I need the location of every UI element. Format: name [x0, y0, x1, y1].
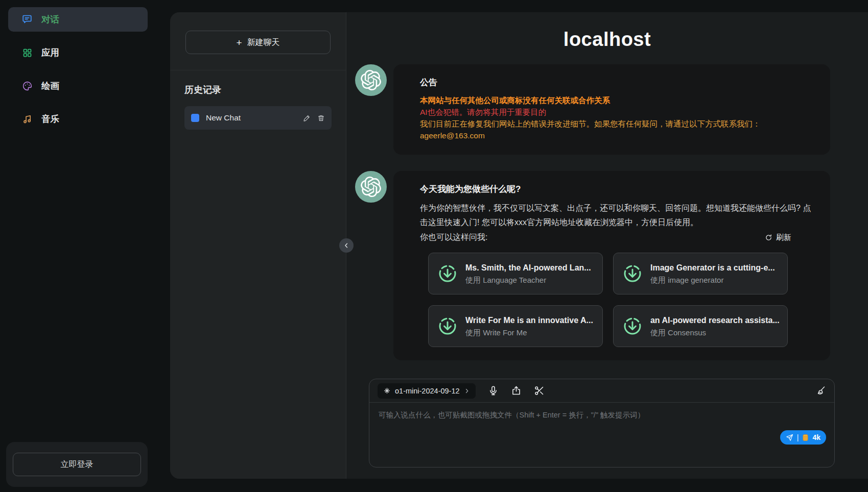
welcome-hint: 你也可以这样问我: — [420, 230, 487, 244]
refresh-label: 刷新 — [776, 233, 791, 242]
history-top: + 新建聊天 — [170, 12, 346, 70]
openai-logo-icon — [355, 64, 387, 96]
chat-item-title: New Chat — [206, 113, 241, 122]
announcement-email[interactable]: ageerle@163.com — [420, 130, 812, 141]
welcome-bubble: 今天我能为您做些什么呢? 作为你的智慧伙伴，我不仅可以写文案、出点子，还可以和你… — [393, 171, 830, 360]
message-announcement: 公告 本网站与任何其他公司或商标没有任何关联或合作关系 AI也会犯错。请勿将其用… — [355, 64, 830, 155]
welcome-body: 作为你的智慧伙伴，我不仅可以写文案、出点子，还可以和你聊天、回答问题。想知道我还… — [420, 201, 812, 230]
download-circle-icon — [622, 315, 643, 337]
broom-wrap — [815, 385, 826, 396]
collapse-panel-button[interactable] — [339, 238, 354, 253]
new-chat-button-label: 新建聊天 — [247, 37, 280, 48]
history-chat-item[interactable]: New Chat — [184, 106, 332, 130]
message-input[interactable] — [369, 403, 834, 467]
upload-icon[interactable] — [511, 385, 522, 396]
chat-item-actions — [303, 114, 325, 122]
sparkles-icon — [383, 387, 391, 395]
page-title: localhost — [346, 29, 868, 51]
history-section-title: 历史记录 — [184, 84, 332, 96]
refresh-suggestions-button[interactable]: 刷新 — [765, 233, 791, 242]
suggestion-card[interactable]: Write For Me is an innovative A... 使用 Wr… — [428, 305, 603, 347]
new-chat-button[interactable]: + 新建聊天 — [185, 31, 331, 54]
model-selector-label: o1-mini-2024-09-12 — [395, 387, 460, 395]
announcement-line: 本网站与任何其他公司或商标没有任何关联或合作关系 — [420, 94, 812, 106]
sidebar-item-music[interactable]: 音乐 — [8, 107, 148, 131]
suggestion-texts: Write For Me is an innovative A... 使用 Wr… — [465, 314, 593, 338]
sidebar-item-chat[interactable]: 对话 — [8, 7, 148, 32]
suggestion-texts: Ms. Smith, the AI-powered Lan... 使用 Lang… — [465, 262, 591, 286]
workspace: + 新建聊天 历史记录 New Chat — [170, 12, 868, 479]
sidebar-item-label: 音乐 — [41, 113, 59, 125]
chat-bubble-icon — [21, 14, 33, 25]
refresh-icon — [765, 234, 772, 241]
suggestion-subtitle: 使用 Consensus — [650, 327, 779, 338]
chat-area: localhost 公告 本网站与任何其他公司或商标没有任何关联或合作关系 AI… — [346, 12, 868, 479]
announcement-line: 我们目前正在修复我们网站上的错误并改进细节。如果您有任何疑问，请通过以下方式联系… — [420, 118, 812, 130]
music-note-icon — [21, 113, 33, 125]
edit-pencil-icon[interactable] — [303, 114, 311, 122]
suggestion-title: Write For Me is an innovative A... — [465, 314, 593, 327]
send-button[interactable]: | 4k — [780, 430, 826, 445]
composer: o1-mini-2024-09-12 — [369, 379, 835, 468]
app-root: 对话 应用 绘画 — [0, 0, 868, 492]
suggestion-title: an AI-powered research assista... — [650, 314, 779, 327]
scissors-icon[interactable] — [534, 385, 545, 396]
chevron-left-icon — [343, 242, 350, 249]
suggestion-title: Ms. Smith, the AI-powered Lan... — [465, 262, 591, 274]
suggestion-texts: Image Generator is a cutting-e... 使用 ima… — [650, 262, 775, 286]
composer-toolbar: o1-mini-2024-09-12 — [369, 379, 834, 403]
chat-color-swatch-icon — [191, 114, 199, 122]
model-selector[interactable]: o1-mini-2024-09-12 — [378, 383, 476, 399]
coin-icon — [802, 434, 809, 441]
sidebar-item-apps[interactable]: 应用 — [8, 40, 148, 65]
sidebar-item-label: 应用 — [41, 46, 59, 59]
welcome-title: 今天我能为您做些什么呢? — [420, 183, 812, 195]
download-circle-icon — [622, 263, 643, 284]
chevron-right-icon — [464, 388, 470, 394]
history-list: 历史记录 New Chat — [170, 84, 346, 130]
sidebar-item-paint[interactable]: 绘画 — [8, 73, 148, 98]
announcement-line: AI也会犯错。请勿将其用于重要目的 — [420, 106, 812, 118]
download-circle-icon — [437, 263, 458, 284]
palette-icon — [21, 80, 33, 91]
sidebar: 对话 应用 绘画 — [0, 0, 156, 492]
history-panel: + 新建聊天 历史记录 New Chat — [170, 12, 346, 479]
suggestion-subtitle: 使用 image generator — [650, 274, 775, 286]
suggestion-grid: Ms. Smith, the AI-powered Lan... 使用 Lang… — [428, 253, 812, 347]
login-button[interactable]: 立即登录 — [13, 453, 141, 476]
suggestion-card[interactable]: Image Generator is a cutting-e... 使用 ima… — [613, 253, 788, 294]
openai-logo-icon — [355, 171, 387, 203]
sidebar-item-label: 对话 — [41, 13, 59, 26]
download-circle-icon — [437, 315, 458, 337]
suggestion-subtitle: 使用 Language Teacher — [465, 274, 591, 286]
sidebar-item-label: 绘画 — [41, 80, 59, 92]
suggestion-title: Image Generator is a cutting-e... — [650, 262, 775, 274]
token-badge-label: 4k — [812, 433, 820, 441]
send-plane-icon — [786, 434, 793, 441]
suggestion-subtitle: 使用 Write For Me — [465, 327, 593, 338]
message-welcome: 今天我能为您做些什么呢? 作为你的智慧伙伴，我不仅可以写文案、出点子，还可以和你… — [355, 171, 830, 360]
login-card: 立即登录 — [6, 442, 148, 487]
announcement-title: 公告 — [420, 77, 812, 88]
broom-icon[interactable] — [815, 385, 826, 396]
grid-apps-icon — [21, 47, 33, 58]
announcement-bubble: 公告 本网站与任何其他公司或商标没有任何关联或合作关系 AI也会犯错。请勿将其用… — [393, 64, 830, 155]
plus-icon: + — [236, 38, 242, 47]
badge-separator: | — [797, 433, 799, 441]
trash-icon[interactable] — [317, 114, 325, 122]
microphone-icon[interactable] — [488, 385, 499, 396]
hint-row: 你也可以这样问我: 刷新 — [420, 230, 812, 244]
suggestion-texts: an AI-powered research assista... 使用 Con… — [650, 314, 779, 338]
suggestion-card[interactable]: Ms. Smith, the AI-powered Lan... 使用 Lang… — [428, 253, 603, 294]
suggestion-card[interactable]: an AI-powered research assista... 使用 Con… — [613, 305, 788, 347]
